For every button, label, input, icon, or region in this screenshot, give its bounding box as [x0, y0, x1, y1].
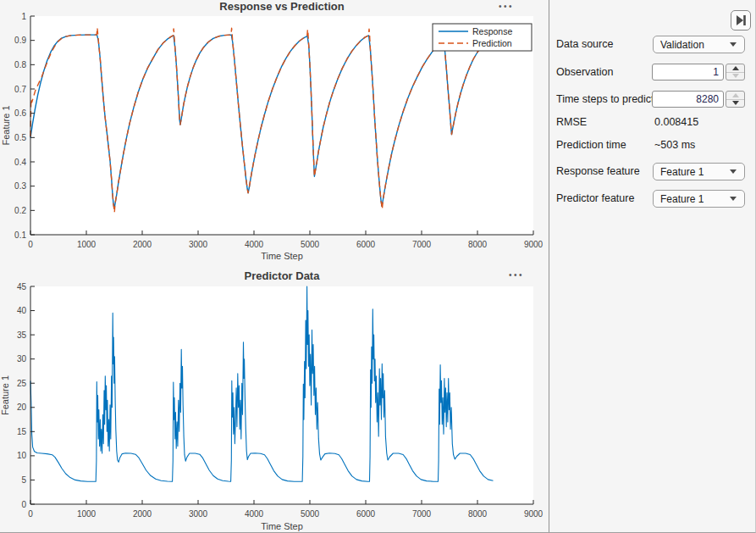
svg-text:5: 5	[21, 475, 26, 485]
svg-text:0: 0	[28, 509, 33, 519]
predictor-feature-dropdown[interactable]: Feature 1	[653, 190, 745, 208]
svg-text:30: 30	[17, 354, 27, 364]
data-source-label: Data source	[556, 38, 613, 50]
svg-text:Response vs Prediction: Response vs Prediction	[219, 0, 344, 13]
predictor-feature-value: Feature 1	[654, 193, 730, 205]
svg-text:5000: 5000	[301, 240, 320, 249]
controls-panel: Data source Validation Observation Time …	[549, 0, 756, 533]
arrow-up-icon	[732, 66, 739, 70]
predictor-feature-label: Predictor feature	[556, 192, 634, 204]
arrow-down-icon	[732, 101, 739, 105]
top-chart-options-button[interactable]: •••	[499, 3, 514, 11]
observation-decrement-button[interactable]	[726, 73, 744, 81]
time-steps-spinner	[726, 91, 745, 108]
svg-text:1000: 1000	[77, 509, 97, 519]
svg-text:0.1: 0.1	[14, 230, 26, 240]
svg-text:Feature 1: Feature 1	[0, 375, 10, 415]
svg-text:4000: 4000	[245, 240, 264, 249]
svg-text:Time Step: Time Step	[261, 521, 303, 531]
observation-field-group	[652, 64, 745, 81]
time-steps-increment-button[interactable]	[726, 92, 744, 100]
svg-text:0.2: 0.2	[14, 206, 26, 215]
svg-text:Prediction: Prediction	[472, 38, 512, 48]
data-source-dropdown[interactable]: Validation	[653, 36, 745, 53]
chevron-down-icon	[730, 169, 737, 174]
svg-text:9000: 9000	[524, 240, 544, 249]
predictor-data-chart: 0100020003000400050006000700080009000051…	[0, 263, 549, 533]
svg-text:25: 25	[17, 379, 27, 388]
svg-text:0.6: 0.6	[14, 108, 26, 118]
svg-text:0.9: 0.9	[14, 36, 26, 45]
observation-label: Observation	[556, 66, 613, 78]
svg-text:Predictor Data: Predictor Data	[245, 269, 321, 282]
svg-text:1: 1	[21, 12, 26, 21]
rmse-label: RMSE	[556, 116, 587, 128]
svg-text:0: 0	[28, 240, 33, 249]
chevron-down-icon	[730, 42, 737, 47]
svg-text:3000: 3000	[189, 509, 208, 519]
observation-increment-button[interactable]	[726, 64, 744, 73]
svg-text:9000: 9000	[524, 509, 544, 519]
svg-text:40: 40	[17, 306, 27, 315]
svg-text:7000: 7000	[412, 240, 432, 249]
arrow-down-icon	[732, 74, 739, 78]
svg-text:0.8: 0.8	[14, 60, 26, 69]
svg-text:0: 0	[21, 500, 26, 509]
svg-text:7000: 7000	[412, 509, 432, 519]
svg-text:0.4: 0.4	[14, 158, 26, 167]
svg-text:1000: 1000	[77, 240, 97, 249]
data-source-value: Validation	[654, 39, 730, 51]
svg-text:Response: Response	[472, 26, 512, 36]
svg-text:6000: 6000	[356, 240, 376, 249]
svg-text:10: 10	[17, 451, 27, 460]
svg-text:45: 45	[17, 282, 27, 291]
rmse-value: 0.008415	[654, 116, 698, 128]
svg-text:Feature 1: Feature 1	[1, 105, 11, 145]
svg-text:0.7: 0.7	[14, 85, 26, 94]
svg-text:2000: 2000	[133, 240, 152, 249]
chevron-down-icon	[730, 197, 737, 201]
observation-spinner	[726, 64, 745, 81]
observation-input[interactable]	[652, 64, 724, 81]
svg-text:15: 15	[17, 427, 27, 436]
time-steps-input[interactable]	[652, 91, 724, 108]
response-feature-dropdown[interactable]: Feature 1	[653, 163, 745, 180]
time-steps-label: Time steps to predict	[556, 93, 654, 105]
time-steps-decrement-button[interactable]	[726, 100, 744, 108]
svg-text:0.5: 0.5	[14, 133, 26, 142]
svg-text:8000: 8000	[468, 509, 488, 519]
svg-text:5000: 5000	[301, 509, 320, 519]
arrow-up-icon	[732, 93, 739, 97]
svg-text:Time Step: Time Step	[261, 251, 303, 261]
svg-text:20: 20	[17, 403, 27, 412]
prediction-app-window: 01000200030004000500060007000800090000.1…	[0, 0, 756, 533]
ellipsis-icon: •••	[509, 270, 524, 280]
skip-to-end-icon	[734, 14, 748, 27]
prediction-time-value: ~503 ms	[654, 139, 695, 151]
response-feature-label: Response feature	[556, 165, 640, 177]
ellipsis-icon: •••	[499, 2, 514, 11]
svg-text:8000: 8000	[468, 240, 488, 249]
svg-text:0.3: 0.3	[14, 181, 26, 191]
svg-text:2000: 2000	[133, 509, 152, 519]
response-feature-value: Feature 1	[654, 166, 730, 178]
prediction-time-label: Prediction time	[556, 139, 626, 151]
time-steps-field-group	[652, 91, 745, 108]
run-to-end-button[interactable]	[731, 10, 751, 31]
svg-text:35: 35	[17, 330, 27, 340]
response-vs-prediction-chart: 01000200030004000500060007000800090000.1…	[0, 0, 549, 263]
svg-text:4000: 4000	[245, 509, 264, 519]
bottom-chart-options-button[interactable]: •••	[509, 271, 524, 280]
svg-text:6000: 6000	[356, 509, 376, 519]
svg-text:3000: 3000	[189, 240, 208, 249]
